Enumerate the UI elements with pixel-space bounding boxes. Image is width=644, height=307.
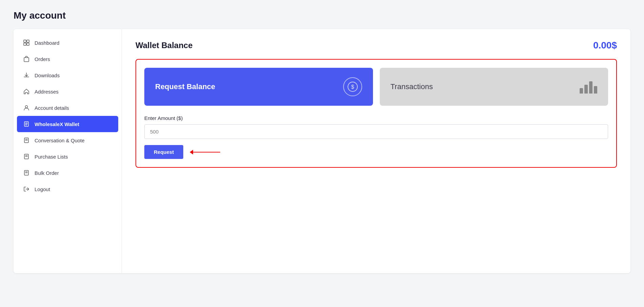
svg-point-5 (25, 106, 28, 108)
document4-icon (23, 169, 30, 176)
wallet-document-icon (23, 121, 30, 127)
document3-icon (23, 153, 30, 160)
svg-text:$: $ (351, 84, 354, 90)
svg-rect-3 (27, 43, 29, 45)
sidebar-item-bulk-order[interactable]: Bulk Order (14, 165, 122, 181)
sidebar-item-logout-label: Logout (35, 186, 50, 192)
sidebar-item-addresses-label: Addresses (35, 89, 59, 95)
sidebar-item-dashboard[interactable]: Dashboard (14, 35, 122, 51)
bag-icon (23, 56, 30, 62)
sidebar-item-orders-label: Orders (35, 56, 50, 62)
svg-rect-2 (24, 43, 26, 45)
sidebar-item-bulk-order-label: Bulk Order (35, 170, 59, 176)
request-balance-card[interactable]: Request Balance $ (144, 68, 373, 106)
sidebar-item-orders[interactable]: Orders (14, 51, 122, 67)
svg-rect-1 (27, 40, 29, 42)
page-title: My account (14, 10, 630, 21)
request-row: Request (144, 145, 608, 159)
sidebar-item-purchase-lists-label: Purchase Lists (35, 154, 68, 160)
transactions-card[interactable]: Transactions (380, 68, 608, 106)
home-icon (23, 88, 30, 95)
grid-icon (23, 39, 30, 46)
bar-2 (584, 85, 588, 94)
sidebar: Dashboard Orders Downl (14, 29, 122, 273)
sidebar-item-purchase-lists[interactable]: Purchase Lists (14, 148, 122, 165)
sidebar-item-logout[interactable]: Logout (14, 181, 122, 197)
main-layout: Dashboard Orders Downl (14, 29, 630, 273)
wallet-header: Wallet Balance 0.00$ (136, 40, 617, 51)
request-button[interactable]: Request (144, 145, 183, 159)
amount-label: Enter Amount ($) (144, 115, 608, 121)
sidebar-item-dashboard-label: Dashboard (35, 40, 59, 46)
logout-icon (23, 186, 30, 192)
wallet-box: Request Balance $ Transactions (136, 59, 617, 168)
wallet-title: Wallet Balance (136, 41, 193, 50)
sidebar-item-account-details[interactable]: Account details (14, 100, 122, 116)
arrow-line (193, 152, 220, 152)
card-row: Request Balance $ Transactions (144, 68, 608, 106)
bar-chart-icon (580, 80, 597, 94)
request-balance-label: Request Balance (155, 82, 215, 91)
sidebar-item-conversation-quote[interactable]: Conversation & Quote (14, 132, 122, 148)
main-content: Wallet Balance 0.00$ Request Balance $ (122, 29, 630, 273)
download-icon (23, 72, 30, 79)
dollar-circle-icon: $ (343, 77, 362, 96)
bar-3 (589, 81, 593, 94)
bar-1 (580, 88, 583, 94)
sidebar-item-conversation-quote-label: Conversation & Quote (35, 138, 85, 143)
sidebar-item-wholesalex-wallet-label: WholesaleX Wallet (35, 121, 79, 127)
sidebar-item-account-details-label: Account details (35, 105, 69, 111)
sidebar-item-addresses[interactable]: Addresses (14, 83, 122, 100)
user-icon (23, 104, 30, 111)
document2-icon (23, 137, 30, 144)
sidebar-item-wholesalex-wallet[interactable]: WholesaleX Wallet (17, 116, 118, 132)
svg-rect-0 (24, 40, 26, 42)
sidebar-item-downloads[interactable]: Downloads (14, 67, 122, 83)
arrow-indicator (190, 150, 220, 155)
amount-input[interactable] (144, 124, 608, 139)
wallet-balance: 0.00$ (593, 40, 617, 51)
svg-rect-4 (24, 58, 29, 62)
arrow-head (190, 150, 193, 155)
bar-4 (594, 86, 597, 94)
transactions-label: Transactions (391, 82, 433, 91)
sidebar-item-downloads-label: Downloads (35, 73, 60, 78)
